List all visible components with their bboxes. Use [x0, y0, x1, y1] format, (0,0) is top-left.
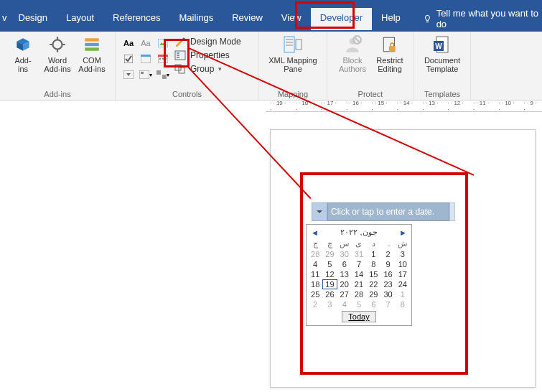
- date-picker-placeholder[interactable]: Click or tap to enter a date.: [327, 202, 449, 221]
- calendar-day[interactable]: 29: [366, 289, 380, 299]
- svg-rect-9: [158, 55, 168, 57]
- calendar-day[interactable]: 12: [322, 269, 337, 279]
- checkbox-control-button[interactable]: [121, 52, 136, 65]
- calendar-day[interactable]: 24: [396, 279, 410, 289]
- calendar-day[interactable]: 4: [337, 299, 352, 309]
- design-mode-icon: [174, 37, 186, 47]
- picture-control-button[interactable]: [156, 37, 170, 50]
- calendar-day[interactable]: 30: [337, 249, 352, 259]
- tab-mailings[interactable]: Mailings: [170, 8, 223, 30]
- calendar-day[interactable]: 9: [380, 259, 395, 269]
- calendar-day[interactable]: 6: [337, 259, 352, 269]
- calendar-day[interactable]: 19: [322, 279, 337, 289]
- word-addins-button[interactable]: Word Add-ins: [40, 33, 75, 75]
- calendar-day[interactable]: 31: [352, 249, 366, 259]
- calendar-day[interactable]: 25: [308, 289, 322, 299]
- horizontal-ruler: · · 19 · ·· · 18 · ·· · 17 · ·· · 16 · ·…: [266, 101, 542, 112]
- calendar-day[interactable]: 5: [322, 259, 337, 269]
- calendar-day[interactable]: 2: [308, 299, 322, 309]
- calendar-day-header: ی: [352, 238, 366, 249]
- group-protect: Block Authors Restrict Editing Protect: [327, 32, 414, 100]
- calendar-day[interactable]: 16: [380, 269, 395, 279]
- restrict-editing-button[interactable]: Restrict Editing: [372, 33, 408, 75]
- ruler-mark: · · 13 · ·: [418, 101, 443, 112]
- tab-view[interactable]: View: [272, 8, 311, 30]
- tab-partial[interactable]: v: [0, 8, 9, 30]
- calendar-day-header: ہ: [380, 238, 395, 249]
- calendar-day[interactable]: 1: [366, 249, 380, 259]
- word-addins-label: Word Add-ins: [44, 56, 70, 73]
- design-mode-button[interactable]: Design Mode: [174, 36, 241, 47]
- calendar-day[interactable]: 6: [366, 299, 380, 309]
- calendar-day[interactable]: 5: [352, 299, 366, 309]
- svg-text:W: W: [435, 42, 442, 50]
- addins-group-label: Add-ins: [6, 90, 109, 100]
- calendar-day[interactable]: 28: [308, 249, 322, 259]
- svg-rect-20: [177, 55, 179, 56]
- svg-rect-19: [177, 52, 179, 54]
- tab-references[interactable]: References: [103, 8, 169, 30]
- date-picker-content-control: Click or tap to enter a date. ◄ جون, ۲۰۲…: [312, 202, 455, 326]
- tab-review[interactable]: Review: [223, 8, 272, 30]
- controls-group-label: Controls: [121, 90, 253, 100]
- calendar-day[interactable]: 17: [396, 269, 410, 279]
- calendar-day[interactable]: 29: [322, 249, 337, 259]
- calendar-day[interactable]: 4: [308, 259, 322, 269]
- calendar-day[interactable]: 20: [337, 279, 352, 289]
- calendar-day[interactable]: 3: [322, 299, 337, 309]
- combo-control-button[interactable]: [139, 52, 153, 65]
- date-picker-control-button[interactable]: [156, 52, 170, 65]
- calendar-day[interactable]: 11: [308, 269, 322, 279]
- legacy-tools-button[interactable]: ▾: [156, 68, 170, 81]
- calendar-day[interactable]: 18: [308, 279, 322, 289]
- calendar-day[interactable]: 15: [366, 269, 380, 279]
- svg-point-0: [53, 40, 62, 50]
- calendar-day[interactable]: 26: [322, 289, 337, 299]
- tab-developer[interactable]: Developer: [311, 8, 372, 30]
- calendar-day[interactable]: 8: [366, 259, 380, 269]
- com-addins-button[interactable]: COM Add-ins: [75, 33, 109, 75]
- xml-mapping-button[interactable]: XML Mapping Pane: [265, 33, 321, 75]
- rich-text-control-button[interactable]: Aa: [121, 37, 136, 50]
- calendar-day[interactable]: 22: [366, 279, 380, 289]
- tab-design[interactable]: Design: [9, 8, 57, 30]
- document-template-button[interactable]: W Document Template: [420, 33, 464, 75]
- tab-help[interactable]: Help: [372, 8, 410, 30]
- calendar-prev-month[interactable]: ◄: [311, 228, 319, 237]
- calendar-month-title: جون, ۲۰۲۲: [340, 228, 377, 237]
- xml-mapping-icon: [283, 34, 303, 55]
- ruler-mark: · · 12 · ·: [444, 101, 469, 112]
- calendar-day[interactable]: 30: [380, 289, 395, 299]
- calendar-next-month[interactable]: ►: [399, 228, 407, 237]
- calendar-day[interactable]: 1: [396, 289, 410, 299]
- calendar-day[interactable]: 3: [396, 249, 410, 259]
- calendar-day[interactable]: 7: [352, 259, 366, 269]
- calendar-day[interactable]: 21: [352, 279, 366, 289]
- calendar-today-button[interactable]: Today: [342, 311, 375, 322]
- calendar-day[interactable]: 13: [337, 269, 352, 279]
- restrict-editing-label: Restrict Editing: [376, 56, 403, 73]
- calendar-day[interactable]: 28: [352, 289, 366, 299]
- lightbulb-icon: [423, 14, 432, 24]
- building-block-control-button[interactable]: ▾: [139, 68, 153, 81]
- calendar-day[interactable]: 10: [396, 259, 410, 269]
- addins-button[interactable]: Add- ins: [6, 33, 40, 75]
- group-control-button[interactable]: Group ▾: [174, 63, 241, 75]
- content-control-handle[interactable]: [449, 202, 455, 221]
- calendar-day[interactable]: 14: [352, 269, 366, 279]
- svg-rect-7: [141, 55, 151, 57]
- dropdown-control-button[interactable]: [121, 68, 136, 81]
- calendar-day[interactable]: 2: [380, 249, 395, 259]
- calendar-day[interactable]: 27: [337, 289, 352, 299]
- tab-layout[interactable]: Layout: [57, 8, 103, 30]
- calendar-day[interactable]: 7: [380, 299, 395, 309]
- calendar-day[interactable]: 8: [396, 299, 410, 309]
- plain-text-control-button[interactable]: Aa: [139, 37, 153, 50]
- templates-group-label: Templates: [420, 90, 464, 100]
- block-authors-icon: [342, 34, 363, 55]
- svg-rect-3: [85, 47, 99, 50]
- calendar-day[interactable]: 23: [380, 279, 395, 289]
- tell-me-search[interactable]: Tell me what you want to do: [410, 8, 542, 29]
- date-picker-dropdown-button[interactable]: [312, 202, 327, 221]
- com-addins-icon: [82, 34, 102, 55]
